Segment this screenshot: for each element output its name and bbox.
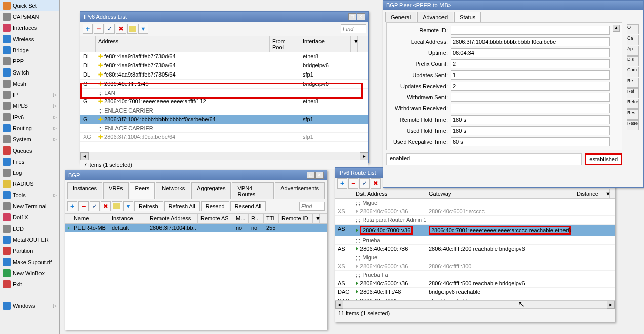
route-row[interactable]: DAC 2806:40c:ffff::/48 bridgeipv6 reacha…	[335, 288, 615, 296]
comment-button[interactable]	[127, 24, 137, 34]
add-button[interactable]: +	[83, 24, 93, 34]
field-input[interactable]	[451, 82, 610, 91]
tab-networks[interactable]: Networks	[156, 182, 190, 199]
form-scrollbar[interactable]: ▲	[613, 25, 622, 147]
address-row[interactable]: G ✚ 2806:3f7:1004:bbbb:bbbb:bbbb:f0ca:be…	[80, 115, 368, 124]
side-button-rese[interactable]: Rese	[627, 120, 639, 130]
close-button[interactable]: ×	[357, 13, 365, 20]
col-remote-as[interactable]: Remote AS	[198, 214, 233, 223]
col-r[interactable]: R...	[249, 214, 264, 223]
grid-body[interactable]: DL ✚ fe80::4aa9:8aff:feb7:730d/64 ether8…	[80, 52, 368, 152]
address-row[interactable]: DL ✚ fe80::4aa9:8aff:feb7:730a/64 bridge…	[80, 61, 368, 70]
col-remote-id[interactable]: Remote ID	[279, 214, 313, 223]
resend-all-button[interactable]: Resend All	[230, 201, 266, 211]
sidebar-item-capsman[interactable]: CAPsMAN	[0, 11, 59, 22]
field-input[interactable]	[451, 48, 610, 57]
tab-status[interactable]: Status	[454, 12, 481, 22]
col-remote-address[interactable]: Remote Address	[147, 214, 198, 223]
side-button-refre[interactable]: Refre	[627, 99, 639, 109]
route-row[interactable]: XS 2806:40c:6000::/36 2806:40c:6001::a:c…	[335, 207, 615, 216]
remove-button[interactable]: −	[348, 178, 358, 189]
col-address[interactable]: Address	[96, 36, 270, 52]
col-m[interactable]: M...	[233, 214, 249, 223]
tab-vpn4-routes[interactable]: VPN4 Routes	[232, 182, 274, 199]
filter-button[interactable]: ▼	[138, 24, 148, 34]
col-instance[interactable]: Instance	[109, 214, 147, 223]
sidebar-item-radius[interactable]: RADIUS	[0, 178, 59, 190]
enable-button[interactable]: ✓	[90, 201, 100, 211]
comment-row[interactable]: ;;; Ruta para Router Admin 1	[335, 216, 615, 225]
refresh-all-button[interactable]: Refresh All	[164, 201, 200, 211]
tab-vrfs[interactable]: VRFs	[103, 182, 129, 199]
field-input[interactable]	[451, 70, 610, 80]
sidebar-item-system[interactable]: System ▷	[0, 134, 59, 145]
comment-button[interactable]	[112, 201, 122, 211]
find-input[interactable]	[341, 24, 366, 33]
sidebar-item-wireless[interactable]: Wireless	[0, 33, 59, 45]
tab-aggregates[interactable]: Aggregates	[191, 182, 231, 199]
field-input[interactable]	[451, 59, 610, 68]
col-expand[interactable]: ▼	[351, 36, 358, 52]
side-button-re[interactable]: Re	[627, 78, 639, 88]
field-input[interactable]	[451, 137, 610, 146]
route-row[interactable]: XS 2806:40c:6000::/36 2806:40c:ffff::300	[335, 262, 615, 271]
comment-row[interactable]: ;;; Miguel	[335, 199, 615, 207]
sidebar-item-ppp[interactable]: PPP	[0, 56, 59, 67]
resend-button[interactable]: Resend	[201, 201, 229, 211]
comment-row[interactable]: ;;; ENLACE CARRIER	[80, 106, 368, 115]
route-row[interactable]: AS 2806:40c:4000::/36 2806:40c:ffff::200…	[335, 245, 615, 253]
sidebar-item-switch[interactable]: Switch	[0, 67, 59, 78]
route-row[interactable]: DAC 2806:40c:7001:eeee:eee.. ether8 reac…	[335, 296, 615, 300]
col-name[interactable]: Name	[71, 214, 109, 223]
col-frompool[interactable]: From Pool	[270, 36, 300, 52]
sidebar-item-mesh[interactable]: Mesh	[0, 78, 59, 89]
grid-body[interactable]: ▪ PEER-to-MB default 2806:3f7:1004:bb.. …	[65, 224, 327, 330]
sidebar-item-new-terminal[interactable]: New Terminal	[0, 201, 59, 212]
add-button[interactable]: +	[337, 178, 347, 189]
route-row[interactable]: AS 2806:40c:5000::/36 2806:40c:ffff::500…	[335, 279, 615, 288]
field-input[interactable]	[451, 37, 610, 46]
col-dst[interactable]: Dst. Address	[353, 189, 426, 198]
col-gateway[interactable]: Gateway	[426, 189, 574, 198]
sidebar-item-mpls[interactable]: MPLS ▷	[0, 100, 59, 112]
tab-general[interactable]: General	[385, 12, 416, 22]
address-row[interactable]: G ✚ 2806:40c:7001:eeee:eeee:eeee:a:ffff/…	[80, 97, 368, 106]
address-row[interactable]: DL ✚ fe80::4aa9:8aff:feb7:730d/64 ether8	[80, 52, 368, 61]
sidebar-item-ip[interactable]: IP ▷	[0, 89, 59, 100]
peer-row[interactable]: ▪ PEER-to-MB default 2806:3f7:1004:bb.. …	[65, 224, 327, 232]
col-distance[interactable]: Distance	[574, 189, 602, 198]
comment-row[interactable]: ;;; ENLACE CARRIER	[80, 124, 368, 133]
sidebar-item-exit[interactable]: Exit	[0, 279, 59, 290]
add-button[interactable]: +	[67, 201, 77, 211]
filter-button[interactable]: ▼	[123, 201, 133, 211]
col-expand[interactable]: ▼	[602, 189, 610, 198]
sidebar-item-interfaces[interactable]: Interfaces	[0, 22, 59, 33]
sidebar-item-dot1x[interactable]: Dot1X	[0, 212, 59, 223]
sidebar-item-metarouter[interactable]: MetaROUTER	[0, 234, 59, 245]
sidebar-item-quick-set[interactable]: Quick Set	[0, 0, 59, 11]
hscrollbar[interactable]: ◄ ►	[335, 300, 615, 308]
scroll-right[interactable]: ►	[360, 152, 368, 160]
window-titlebar[interactable]: BGP □ ×	[65, 170, 327, 180]
sidebar-item-ipv6[interactable]: IPv6 ▷	[0, 112, 59, 123]
remove-button[interactable]: −	[78, 201, 89, 211]
col-interface[interactable]: Interface	[300, 36, 351, 52]
sidebar-item-make-supout-rif[interactable]: Make Supout.rif	[0, 256, 59, 268]
enable-button[interactable]: ✓	[359, 178, 370, 189]
comment-row[interactable]: ;;; Prueba	[335, 236, 615, 245]
window-titlebar[interactable]: BGP Peer <PEER-to-MB>	[383, 1, 643, 10]
sidebar-item-new-winbox[interactable]: New WinBox	[0, 268, 59, 279]
side-button-ca[interactable]: Ca	[627, 35, 639, 45]
col-ttl[interactable]: TTL	[264, 214, 279, 223]
sidebar-item-routing[interactable]: Routing ▷	[0, 123, 59, 134]
address-row[interactable]: G ✚ 2806:40c:ffff::1/48 bridgeipv6	[80, 80, 368, 89]
field-input[interactable]	[451, 93, 610, 102]
close-button[interactable]: ×	[315, 172, 324, 179]
window-titlebar[interactable]: IPv6 Address List □ ×	[80, 12, 368, 22]
comment-row[interactable]: ;;; LAN	[80, 89, 368, 97]
address-row[interactable]: XG ✚ 2806:3f7:1004::f0ca:bebe/64 sfp1	[80, 133, 368, 142]
minimize-button[interactable]: □	[307, 172, 315, 179]
tab-advertisements[interactable]: Advertisements	[275, 182, 325, 199]
field-input[interactable]	[451, 26, 610, 35]
side-button-o[interactable]: O	[627, 24, 639, 34]
